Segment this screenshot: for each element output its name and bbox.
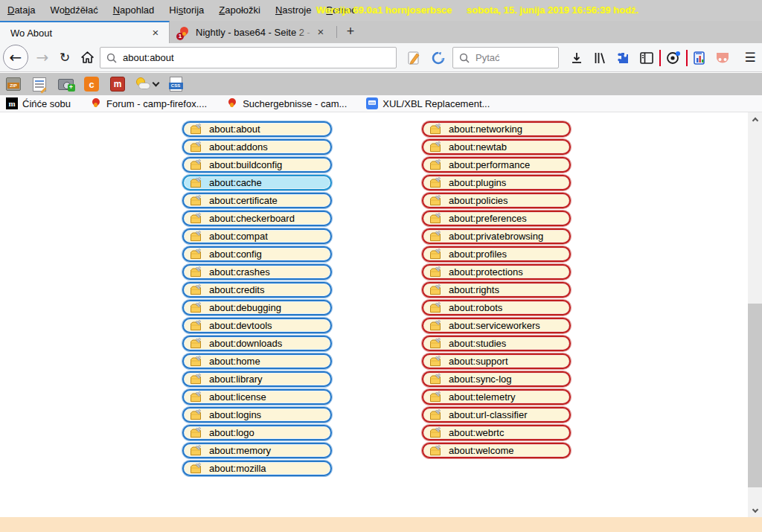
about-page-button[interactable]: about:about [182,121,332,137]
about-page-button[interactable]: about:support [422,353,571,369]
tab-wo-about[interactable]: Wo About × [0,21,170,43]
about-page-button[interactable]: about:crashes [182,264,332,280]
about-page-button[interactable]: about:newtab [422,139,571,155]
about-page-button[interactable]: about:robots [422,300,571,315]
about-page-button[interactable]: about:logins [182,407,332,423]
about-button-label: about:performance [449,159,530,170]
home-button[interactable] [76,46,98,68]
screenshot-camera-addon-icon[interactable]: + [57,76,74,92]
red-m-addon-icon[interactable]: m [109,76,127,92]
folder-edit-icon [429,195,441,207]
about-page-button[interactable]: about:compat [182,228,332,244]
vertical-scrollbar[interactable] [748,112,762,517]
folder-edit-icon [429,320,441,332]
close-icon[interactable]: × [148,25,163,40]
about-page-button[interactable]: about:debugging [182,300,332,315]
close-icon[interactable]: × [313,25,328,39]
notes-addon-button[interactable] [404,48,423,68]
about-page-button[interactable]: about:checkerboard [182,211,332,226]
about-buttons-right-column: about:networking about:newtab about:perf… [422,121,571,458]
about-page-button[interactable]: about:url-classifier [422,407,571,423]
about-page-button[interactable]: about:webrtc [422,425,571,440]
url-bar[interactable] [100,47,397,68]
folder-edit-icon [429,249,441,260]
about-page-button[interactable]: about:serviceworkers [422,318,571,333]
folder-edit-icon [429,409,441,421]
sidebar-button[interactable] [637,48,656,68]
about-button-label: about:studies [449,338,506,349]
about-page-button[interactable]: about:privatebrowsing [422,228,571,244]
library-button[interactable] [590,48,609,68]
about-page-button[interactable]: about:config [182,246,332,262]
bookmark-item[interactable]: XUL/XBL Replacement... [366,97,490,109]
about-page-button[interactable]: about:mozilla [182,461,332,476]
about-page-button[interactable]: about:memory [182,443,332,458]
mask-addon-button[interactable] [713,48,732,68]
about-page-button[interactable]: about:devtools [182,318,332,333]
menubar-item[interactable]: Historija [161,0,211,21]
about-page-button[interactable]: about:buildconfig [182,157,332,173]
scroll-up-button[interactable] [748,112,762,125]
about-page-button[interactable]: about:welcome [422,443,571,458]
bookmark-item[interactable]: m Ćińće sobu [6,97,71,109]
search-input[interactable] [476,52,542,63]
about-page-button[interactable]: about:downloads [182,336,332,351]
about-page-button[interactable]: about:library [182,371,332,387]
about-page-button[interactable]: about:protections [422,264,571,280]
about-page-button[interactable]: about:studies [422,336,571,351]
about-page-button[interactable]: about:preferences [422,211,571,226]
about-page-button[interactable]: about:profiles [422,246,571,262]
about-page-button[interactable]: about:telemetry [422,389,571,405]
new-tab-button[interactable]: + [341,23,360,41]
tab-nightly[interactable]: 1 Nightly - base64 - Seite 2 - Indi × [170,21,333,43]
folder-edit-icon [429,427,441,439]
red-m-label: m [110,77,125,92]
about-page-button[interactable]: about:performance [422,157,571,173]
scrollbar-thumb[interactable] [748,304,762,487]
weather-addon-icon[interactable] [135,77,159,92]
reload-button[interactable]: ↻ [54,46,76,68]
about-page-button[interactable]: about:license [182,389,332,405]
bookmark-favicon: m [6,97,18,109]
folder-edit-icon [429,141,441,153]
stats-addon-button[interactable] [691,48,710,68]
menubar-item[interactable]: Napohlad [106,0,162,21]
zip-addon-icon[interactable]: ZIP [4,76,22,92]
about-page-button[interactable]: about:addons [182,139,332,155]
bookmark-item[interactable]: Forum - camp-firefox.... [90,97,207,109]
sync-addon-button[interactable] [429,48,448,68]
menubar-item[interactable]: Nastroje [268,0,318,21]
menubar-item[interactable]: Wobdźěłać [43,0,106,21]
about-page-button[interactable]: about:policies [422,193,571,208]
downloads-button[interactable] [567,48,586,68]
about-page-button[interactable]: about:rights [422,282,571,298]
hamburger-menu-button[interactable]: ☰ [740,47,761,68]
back-button[interactable]: ← [3,45,28,70]
about-about-page: about:about about:addons about:buildconf… [0,112,748,517]
zip-label: ZIP [7,83,19,89]
about-page-button[interactable]: about:plugins [422,175,571,190]
orange-c-addon-icon[interactable]: c [83,76,100,92]
about-page-button[interactable]: about:certificate [182,193,332,208]
about-page-button[interactable]: about:home [182,353,332,369]
about-page-button[interactable]: about:credits [182,282,332,298]
css-addon-icon[interactable]: CSS [167,76,185,92]
about-page-button[interactable]: about:networking [422,121,571,137]
about-button-label: about:rights [449,284,499,295]
about-page-button[interactable]: about:logo [182,425,332,440]
chevron-up-icon [752,117,758,123]
folder-edit-icon [190,213,202,225]
about-page-button[interactable]: about:cache [182,175,332,190]
search-bar[interactable] [452,47,559,68]
url-input[interactable] [123,52,390,63]
bookmark-item[interactable]: Suchergebnisse - cam... [226,97,347,109]
chevron-down-icon[interactable] [153,80,160,87]
scroll-down-button[interactable] [748,504,762,517]
mask-icon [715,51,730,65]
extension-puzzle-button[interactable] [613,48,633,68]
menubar-item[interactable]: Zapołožki [211,0,268,21]
about-page-button[interactable]: about:sync-log [422,371,571,387]
menubar-item[interactable]: Dataja [0,0,43,21]
notes-page-addon-icon[interactable] [31,76,48,92]
webcam-addon-button[interactable] [664,48,683,68]
